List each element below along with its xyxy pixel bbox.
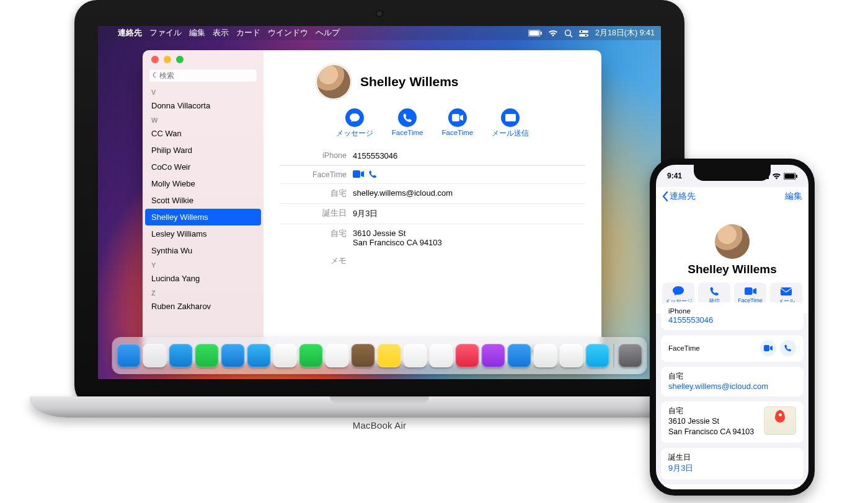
menubar-item[interactable]: ヘルプ <box>316 28 340 37</box>
search-input[interactable] <box>158 71 254 81</box>
video-icon[interactable] <box>353 170 364 178</box>
mac-camera <box>377 11 382 16</box>
contact-row[interactable]: CoCo Weir <box>143 159 264 175</box>
dock-app[interactable] <box>456 344 479 367</box>
minimize-button[interactable] <box>164 56 171 63</box>
phone-icon[interactable] <box>369 170 377 178</box>
contact-row[interactable]: Ruben Zakharov <box>143 298 264 315</box>
edit-button[interactable]: 編集 <box>785 191 802 202</box>
zoom-button[interactable] <box>176 56 184 63</box>
field-birthday[interactable]: 誕生日 9月3日 <box>280 203 585 224</box>
dock-app[interactable] <box>117 344 141 367</box>
contact-row[interactable]: CC Wan <box>143 125 264 142</box>
contacts-window: VDonna VillacortaWCC WanPhilip WardCoCo … <box>143 50 601 363</box>
contact-avatar[interactable] <box>316 64 352 100</box>
field-label: FaceTime <box>280 170 353 179</box>
field-value: 3610 Jessie St San Francisco CA 94103 <box>353 229 585 247</box>
iphone-notch <box>694 165 771 181</box>
svg-point-7 <box>581 30 583 32</box>
field-memo[interactable]: メモ <box>280 252 585 271</box>
iphone-contact-body[interactable]: iPhone 4155553046 FaceTime 自宅 shelley.wi… <box>656 297 808 489</box>
map-thumbnail[interactable] <box>764 406 796 435</box>
contact-name: Shelley Willems <box>656 263 808 276</box>
contact-row[interactable]: Philip Ward <box>143 142 264 159</box>
dock-app[interactable] <box>169 344 193 367</box>
dock-app[interactable] <box>352 344 375 367</box>
facetime-audio-button[interactable] <box>780 340 796 356</box>
dock-app[interactable] <box>195 344 219 367</box>
contact-row[interactable]: Molly Wiebe <box>143 175 264 192</box>
contact-row[interactable]: Donna Villacorta <box>143 97 264 114</box>
dock-app[interactable] <box>273 344 297 367</box>
contacts-list[interactable]: VDonna VillacortaWCC WanPhilip WardCoCo … <box>143 86 264 363</box>
mail-icon <box>781 286 792 297</box>
svg-rect-6 <box>579 34 588 37</box>
svg-rect-21 <box>745 287 753 295</box>
card-label: 自宅 <box>668 406 759 416</box>
dock-app[interactable] <box>404 344 427 367</box>
field-label: メモ <box>280 256 353 266</box>
search-icon <box>153 72 156 79</box>
dock-app[interactable] <box>378 344 401 367</box>
contact-row[interactable]: Shelley Willems <box>145 209 261 225</box>
action-message[interactable]: メッセージ <box>336 108 373 138</box>
dock-app[interactable] <box>326 344 349 367</box>
action-call[interactable]: FaceTime <box>392 108 423 138</box>
svg-rect-22 <box>781 287 792 295</box>
dock-app[interactable] <box>534 344 557 367</box>
macbook-air: 連絡先 ファイル編集表示カードウインドウヘルプ 2月18日(木) 9:41 <box>74 0 684 471</box>
message-icon <box>345 108 364 127</box>
contact-row[interactable]: Lucinda Yang <box>143 270 264 287</box>
card-email[interactable]: 自宅 shelley.willems@icloud.com <box>661 367 804 396</box>
dock-app[interactable] <box>586 344 609 367</box>
card-birthday[interactable]: 誕生日 9月3日 <box>661 448 804 479</box>
dock-app[interactable] <box>143 344 167 367</box>
svg-rect-20 <box>796 175 797 178</box>
dock-app[interactable] <box>508 344 531 367</box>
contact-row[interactable]: Synthia Wu <box>143 242 264 259</box>
dock[interactable] <box>112 337 647 374</box>
field-phone[interactable]: iPhone 4155553046 <box>280 147 585 165</box>
contact-detail: Shelley Willems メッセージFaceTimeFaceTimeメール… <box>264 50 601 363</box>
search-field[interactable] <box>149 69 257 82</box>
svg-point-3 <box>565 30 571 35</box>
card-phone[interactable]: iPhone 4155553046 <box>661 302 804 330</box>
card-value: 3610 Jessie St San Francisco CA 94103 <box>668 416 759 437</box>
dock-app[interactable] <box>430 344 453 367</box>
action-mail[interactable]: メール送信 <box>492 108 529 138</box>
menubar-app-name[interactable]: 連絡先 <box>118 28 142 38</box>
wifi-icon[interactable] <box>548 30 558 37</box>
dock-app[interactable] <box>247 344 271 367</box>
field-facetime[interactable]: FaceTime <box>280 165 585 183</box>
facetime-icons[interactable] <box>353 170 585 178</box>
dock-app[interactable] <box>221 344 245 367</box>
field-address[interactable]: 自宅 3610 Jessie St San Francisco CA 94103 <box>280 224 585 252</box>
dock-app[interactable] <box>560 344 583 367</box>
action-video[interactable]: FaceTime <box>442 108 474 138</box>
control-center-icon[interactable] <box>579 30 588 37</box>
chevron-left-icon <box>662 191 668 201</box>
facetime-video-button[interactable] <box>760 340 776 356</box>
menubar-clock[interactable]: 2月18日(木) 9:41 <box>595 28 655 38</box>
iphone-screen: 9:41 連絡先 編集 Shelley Willems メッセージ発信FaceT… <box>656 165 808 489</box>
card-memo[interactable]: メモ <box>661 484 804 489</box>
battery-icon[interactable] <box>528 30 542 37</box>
dock-app[interactable] <box>482 344 505 367</box>
contact-row[interactable]: Scott Wilkie <box>143 192 264 209</box>
field-email[interactable]: 自宅 shelley.willems@icloud.com <box>280 183 585 203</box>
dock-app[interactable] <box>299 344 323 367</box>
menubar-item[interactable]: ファイル <box>149 28 182 37</box>
menubar-item[interactable]: ウインドウ <box>268 28 308 37</box>
card-facetime[interactable]: FaceTime <box>661 335 804 362</box>
spotlight-icon[interactable] <box>564 29 573 38</box>
menubar-item[interactable]: 表示 <box>213 28 229 37</box>
svg-rect-11 <box>452 114 459 121</box>
menubar-item[interactable]: 編集 <box>189 28 205 37</box>
close-button[interactable] <box>151 56 159 63</box>
card-address[interactable]: 自宅 3610 Jessie St San Francisco CA 94103 <box>661 401 804 443</box>
menubar-item[interactable]: カード <box>236 28 260 37</box>
contact-avatar[interactable] <box>715 224 750 259</box>
dock-app[interactable] <box>619 344 642 367</box>
back-button[interactable]: 連絡先 <box>662 191 696 202</box>
contact-row[interactable]: Lesley Williams <box>143 225 264 242</box>
